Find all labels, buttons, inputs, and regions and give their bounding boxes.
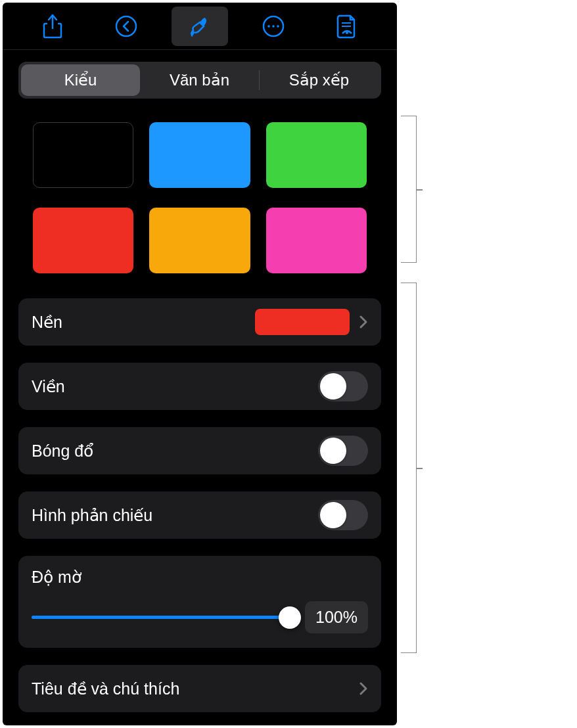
- swatch-orange[interactable]: [149, 208, 250, 273]
- paintbrush-icon: [188, 14, 212, 38]
- toggle-knob: [320, 438, 346, 464]
- swatch-black[interactable]: [33, 122, 133, 188]
- chevron-right-icon: [359, 681, 368, 696]
- top-toolbar: [3, 3, 397, 50]
- tab-arrange[interactable]: Sắp xếp: [260, 64, 379, 96]
- swatch-red[interactable]: [33, 208, 133, 273]
- slider-thumb[interactable]: [279, 606, 301, 629]
- title-caption-label: Tiêu đề và chú thích: [32, 679, 359, 698]
- callout-bracket-controls: [401, 283, 417, 653]
- slider-fill: [32, 616, 292, 619]
- document-button[interactable]: [319, 7, 375, 46]
- border-toggle[interactable]: [318, 371, 368, 401]
- svg-point-0: [116, 16, 136, 36]
- border-row[interactable]: Viền: [18, 363, 381, 410]
- document-eye-icon: [336, 14, 358, 39]
- swatch-pink[interactable]: [266, 208, 367, 273]
- opacity-value[interactable]: 100%: [305, 601, 368, 633]
- toggle-knob: [320, 502, 346, 528]
- more-button[interactable]: [245, 7, 302, 46]
- share-icon: [43, 14, 62, 39]
- opacity-label: Độ mờ: [32, 568, 368, 587]
- border-label: Viền: [32, 377, 318, 396]
- ellipsis-circle-icon: [262, 14, 285, 38]
- format-tabs: Kiểu Văn bản Sắp xếp: [18, 62, 381, 99]
- svg-point-5: [346, 32, 348, 34]
- toggle-knob: [320, 373, 346, 399]
- title-caption-row[interactable]: Tiêu đề và chú thích: [18, 665, 381, 712]
- background-label: Nền: [32, 313, 255, 332]
- opacity-row: Độ mờ 100%: [18, 556, 381, 648]
- undo-icon: [114, 14, 138, 38]
- swatch-blue[interactable]: [149, 122, 250, 188]
- callout-bracket-swatches: [401, 116, 417, 263]
- svg-point-2: [267, 25, 270, 28]
- background-row[interactable]: Nền: [18, 298, 381, 346]
- undo-button[interactable]: [98, 7, 154, 46]
- shadow-label: Bóng đổ: [32, 442, 318, 461]
- svg-point-4: [277, 25, 279, 28]
- style-rows: Nền Viền Bóng đổ Hình phản chiếu Độ mờ: [3, 298, 397, 712]
- tab-text[interactable]: Văn bản: [140, 64, 259, 96]
- shadow-toggle[interactable]: [318, 436, 368, 466]
- format-panel: Kiểu Văn bản Sắp xếp Nền Viền Bóng đổ Hì…: [3, 3, 397, 725]
- svg-point-3: [272, 25, 275, 28]
- opacity-slider[interactable]: [32, 610, 292, 626]
- chevron-right-icon: [359, 315, 368, 329]
- style-swatches: [33, 122, 367, 273]
- tab-style[interactable]: Kiểu: [21, 64, 140, 96]
- background-color-chip: [255, 309, 350, 335]
- reflection-toggle[interactable]: [318, 500, 368, 530]
- shadow-row[interactable]: Bóng đổ: [18, 427, 381, 474]
- format-button[interactable]: [172, 7, 228, 46]
- swatch-green[interactable]: [266, 122, 367, 188]
- share-button[interactable]: [24, 7, 81, 46]
- reflection-row[interactable]: Hình phản chiếu: [18, 491, 381, 539]
- reflection-label: Hình phản chiếu: [32, 506, 318, 525]
